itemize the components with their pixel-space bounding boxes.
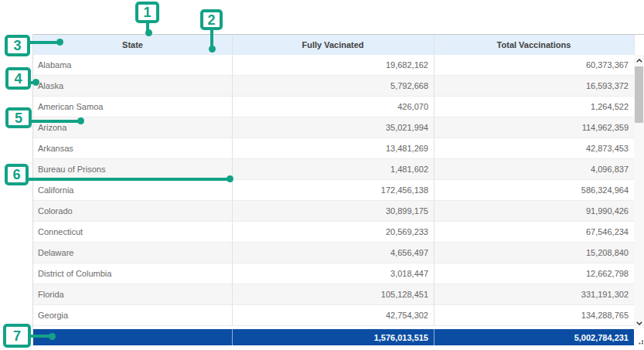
annotation-marker-2-stem (210, 29, 213, 47)
table-body: Alabama19,682,16260,373,367Alaska5,792,6… (33, 55, 634, 328)
table-row[interactable]: Florida105,128,451331,191,302 (33, 284, 634, 305)
total-total-vaccinations: 5,002,784,231 (434, 329, 634, 345)
cell-fully-vaccinated: 5,792,668 (232, 76, 434, 96)
cell-state: Florida (33, 284, 232, 304)
cell-total-vaccinations: 134,288,765 (434, 305, 634, 325)
cell-state: Georgia (33, 305, 232, 325)
cell-fully-vaccinated: 20,569,233 (232, 222, 434, 242)
annotation-marker-5-dot (77, 117, 84, 124)
annotation-marker-2-dot (209, 46, 216, 53)
column-header-total-vaccinations[interactable]: Total Vaccinations (434, 35, 634, 55)
table-row[interactable]: District of Columbia3,018,44712,662,798 (33, 263, 634, 284)
annotation-marker-1: 1 (135, 2, 159, 23)
grip-dot (639, 343, 640, 345)
annotation-marker-1-number: 1 (143, 5, 151, 19)
cell-state: Delaware (33, 243, 232, 263)
annotation-marker-5-stem (31, 120, 80, 123)
grip-dot (642, 343, 643, 345)
table-header-row: State Fully Vacinated Total Vaccinations (33, 35, 634, 55)
scrollbar-thumb[interactable] (635, 66, 643, 123)
visual-resize-grip[interactable] (638, 339, 644, 346)
cell-total-vaccinations: 12,662,798 (434, 263, 634, 284)
cell-state: Arkansas (33, 138, 232, 158)
chevron-down-icon (636, 321, 642, 325)
table-row[interactable]: Alabama19,682,16260,373,367 (33, 55, 634, 76)
total-row-divider-2 (434, 329, 434, 345)
cell-state: Alabama (33, 55, 232, 75)
cell-total-vaccinations: 60,373,367 (434, 55, 634, 75)
cell-total-vaccinations: 67,546,234 (434, 222, 634, 242)
table-row[interactable]: Delaware4,656,49715,208,840 (33, 243, 634, 263)
cell-fully-vaccinated: 1,481,602 (232, 159, 434, 179)
cell-fully-vaccinated: 19,682,162 (232, 55, 434, 75)
table-row[interactable]: Colorado30,899,17591,990,426 (33, 201, 634, 222)
table-visual-screenshot: State Fully Vacinated Total Vaccinations… (0, 0, 644, 350)
cell-state: American Samoa (33, 97, 232, 117)
annotation-marker-1-dot (145, 29, 152, 36)
table-total-row: 1,576,013,515 5,002,784,231 (33, 329, 634, 345)
annotation-marker-5-number: 5 (15, 111, 22, 125)
column-header-state[interactable]: State (33, 35, 232, 55)
cell-fully-vaccinated: 3,018,447 (232, 263, 434, 284)
cell-total-vaccinations: 331,191,302 (434, 284, 634, 304)
annotation-marker-6-stem (28, 178, 229, 181)
cell-total-vaccinations: 1,264,522 (434, 97, 634, 117)
column-header-fully-vaccinated[interactable]: Fully Vacinated (232, 35, 434, 55)
cell-fully-vaccinated: 13,481,269 (232, 138, 434, 158)
table-row[interactable]: Alaska5,792,66816,593,372 (33, 76, 634, 97)
scroll-up-button[interactable] (634, 55, 644, 66)
cell-total-vaccinations: 91,990,426 (434, 201, 634, 221)
annotation-marker-2: 2 (200, 9, 223, 30)
annotation-marker-3-number: 3 (13, 39, 21, 53)
cell-total-vaccinations: 42,873,453 (434, 138, 634, 158)
chevron-down-path (636, 321, 641, 324)
annotation-marker-4: 4 (5, 67, 31, 90)
cell-total-vaccinations: 4,096,837 (434, 159, 634, 179)
cell-total-vaccinations: 16,593,372 (434, 76, 634, 96)
cell-state: California (33, 180, 232, 200)
cell-fully-vaccinated: 172,456,138 (232, 180, 434, 200)
annotation-marker-4-dot (32, 79, 39, 86)
table-row[interactable]: Georgia42,754,302134,288,765 (33, 305, 634, 326)
grip-dot (642, 341, 643, 342)
cell-fully-vaccinated: 4,656,497 (232, 243, 434, 263)
cell-fully-vaccinated: 30,899,175 (232, 201, 434, 221)
annotation-marker-7: 7 (3, 324, 31, 348)
annotation-marker-6: 6 (5, 164, 29, 185)
annotation-marker-7-dot (49, 333, 56, 340)
cell-total-vaccinations: 15,208,840 (434, 243, 634, 263)
annotation-marker-5: 5 (5, 107, 32, 128)
annotation-marker-3-dot (56, 39, 63, 46)
annotation-marker-2-number: 2 (207, 13, 215, 27)
table-row[interactable]: Arkansas13,481,26942,873,453 (33, 138, 634, 159)
cell-state: Connecticut (33, 222, 232, 242)
annotation-marker-6-number: 6 (12, 168, 20, 182)
table-row[interactable]: Connecticut20,569,23367,546,234 (33, 222, 634, 243)
cell-total-vaccinations: 114,962,359 (434, 117, 634, 138)
cell-total-vaccinations: 586,324,964 (434, 180, 634, 200)
table-row[interactable]: Bureau of Prisons1,481,6024,096,837 (33, 159, 634, 180)
resize-grip-icon (638, 339, 644, 346)
cell-state: Colorado (33, 201, 232, 221)
cell-state: Bureau of Prisons (33, 159, 232, 179)
vertical-scrollbar[interactable] (634, 55, 644, 328)
cell-fully-vaccinated: 42,754,302 (232, 305, 434, 325)
table-row[interactable]: Arizona35,021,994114,962,359 (33, 117, 634, 138)
annotation-marker-3-stem (29, 41, 59, 44)
cell-state: District of Columbia (33, 263, 232, 284)
scroll-down-button[interactable] (634, 318, 644, 328)
annotation-marker-7-number: 7 (13, 329, 21, 343)
cell-fully-vaccinated: 426,070 (232, 97, 434, 117)
annotation-marker-3: 3 (5, 35, 30, 56)
column-divider-2 (434, 35, 434, 326)
annotation-marker-4-number: 4 (14, 72, 22, 86)
chevron-up-path (636, 59, 641, 61)
total-row-divider-1 (232, 329, 233, 345)
table-row[interactable]: California172,456,138586,324,964 (33, 180, 634, 201)
cell-fully-vaccinated: 35,021,994 (232, 117, 434, 138)
cell-state: Alaska (33, 76, 232, 96)
table-row[interactable]: American Samoa426,0701,264,522 (33, 97, 634, 117)
annotation-marker-6-dot (227, 175, 233, 182)
cell-fully-vaccinated: 105,128,451 (232, 284, 434, 304)
total-fully-vaccinated: 1,576,013,515 (232, 329, 434, 345)
